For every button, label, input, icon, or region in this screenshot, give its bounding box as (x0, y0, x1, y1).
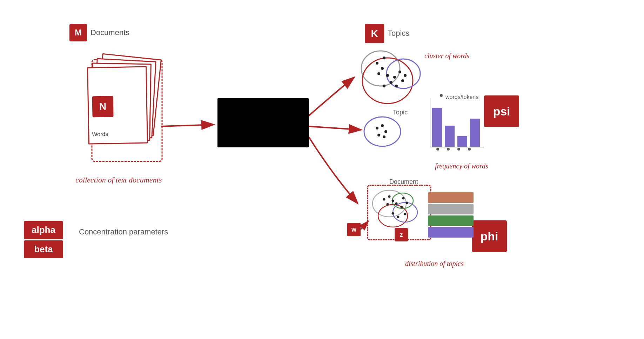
document-label-bot: Document (389, 178, 418, 186)
stacked-bar-1 (428, 192, 474, 203)
black-box (217, 98, 309, 147)
svg-point-42 (457, 148, 460, 151)
svg-point-35 (401, 206, 403, 208)
svg-point-43 (468, 148, 471, 151)
cluster-of-words-label: cluster of words (424, 52, 469, 60)
phi-stacked-bars (428, 192, 474, 240)
collection-label: collection of text documents (75, 175, 162, 185)
svg-point-34 (406, 202, 408, 204)
svg-point-40 (436, 148, 439, 151)
svg-point-7 (377, 72, 380, 75)
phi-badge: phi (472, 220, 507, 252)
z-badge: z (395, 228, 408, 241)
svg-point-2 (361, 51, 400, 86)
svg-point-4 (387, 59, 420, 88)
svg-point-25 (378, 205, 408, 227)
svg-point-8 (383, 56, 385, 59)
svg-point-20 (384, 130, 387, 133)
svg-point-33 (402, 197, 405, 200)
svg-point-36 (392, 212, 394, 215)
m-badge: M (69, 24, 87, 41)
stacked-bar-4 (428, 227, 474, 238)
svg-point-12 (393, 76, 396, 79)
svg-point-26 (393, 202, 417, 222)
svg-point-3 (362, 58, 413, 104)
w-badge: w (347, 223, 361, 236)
k-topics-label: Topics (388, 29, 409, 38)
distribution-label: distribution of topics (405, 260, 464, 268)
documents-area: N Words (88, 56, 158, 154)
psi-bar-chart (430, 98, 484, 147)
svg-point-19 (381, 124, 384, 127)
svg-point-32 (395, 202, 398, 205)
bar-1 (432, 108, 442, 147)
bar-4 (470, 119, 480, 147)
psi-badge: psi (484, 95, 519, 127)
doc-page-4: N Words (87, 66, 148, 145)
svg-point-9 (386, 74, 389, 77)
svg-point-21 (377, 134, 380, 137)
svg-point-22 (383, 135, 385, 138)
svg-point-27 (392, 193, 413, 208)
k-badge: K (365, 24, 384, 43)
stacked-bar-3 (428, 215, 474, 226)
svg-point-17 (364, 117, 401, 146)
svg-point-28 (383, 198, 385, 201)
topic-label-mid: Topic (393, 109, 408, 116)
beta-badge: beta (24, 240, 63, 258)
frequency-label: frequency of words (435, 162, 488, 170)
svg-point-31 (387, 203, 389, 206)
doc-stack: N Words (88, 56, 158, 154)
svg-point-18 (376, 127, 378, 129)
n-badge: N (92, 96, 114, 117)
svg-point-30 (392, 200, 394, 202)
alpha-badge: alpha (24, 221, 63, 239)
stacked-bar-2 (428, 204, 474, 214)
svg-point-37 (397, 216, 400, 218)
concentration-label: Concentration parameters (79, 227, 168, 237)
svg-point-15 (401, 79, 404, 82)
words-label: Words (92, 131, 108, 138)
svg-point-16 (395, 85, 398, 87)
svg-point-10 (390, 81, 393, 84)
svg-point-5 (376, 62, 378, 65)
bar-2 (445, 126, 455, 147)
alpha-beta-area: alpha beta (24, 221, 63, 258)
svg-point-13 (398, 71, 401, 73)
bar-3 (457, 136, 467, 147)
svg-point-6 (381, 67, 384, 70)
documents-label: Documents (90, 28, 129, 37)
svg-point-14 (404, 74, 407, 77)
svg-point-11 (383, 85, 385, 87)
svg-point-41 (447, 148, 450, 151)
svg-point-39 (440, 94, 443, 97)
svg-point-24 (373, 190, 406, 217)
svg-point-38 (404, 213, 407, 215)
svg-point-29 (388, 195, 391, 198)
